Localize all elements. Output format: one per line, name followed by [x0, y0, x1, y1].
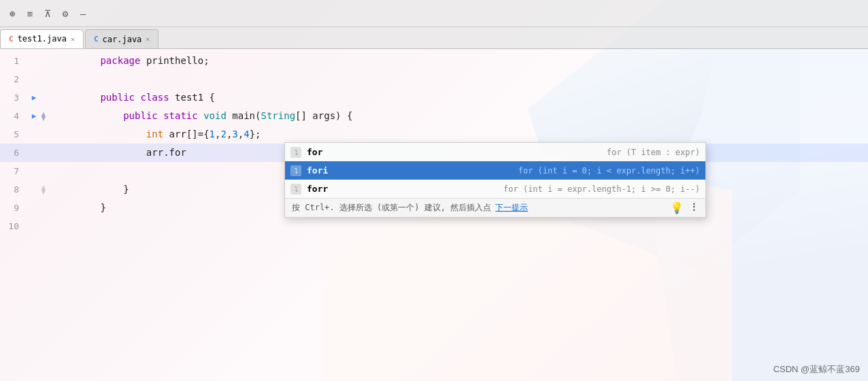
tab-test1-label: test1.java	[18, 34, 67, 44]
tab-car-close[interactable]: ✕	[146, 35, 150, 43]
line-bookmark-4[interactable]: ⧫	[41, 107, 52, 125]
tab-test1-close[interactable]: ✕	[71, 35, 75, 43]
line-num-10: 10	[0, 217, 27, 235]
line-num-7: 7	[0, 162, 27, 180]
more-options-icon[interactable]: ⋮	[689, 201, 699, 214]
tab-car[interactable]: C car.java ✕	[85, 29, 158, 48]
ac-hint-fori: for (int i = 0; i < expr.length; i++)	[518, 166, 700, 176]
line-num-3: 3	[0, 88, 27, 107]
ac-hint-forr: for (int i = expr.length-1; i >= 0; i--)	[503, 184, 700, 194]
line-num-8: 8	[0, 180, 27, 199]
toolbar: ⊕ ≡ ⊼ ⚙ —	[0, 0, 868, 27]
line-num-6: 6	[0, 144, 27, 162]
ac-keyword-for: for	[307, 147, 348, 157]
ac-item-fori[interactable]: ⤵ fori for (int i = 0; i < expr.length; …	[285, 161, 705, 180]
minimize-icon[interactable]: —	[76, 7, 90, 20]
watermark: CSDN @蓝鲸不蓝369	[773, 363, 860, 376]
split-icon[interactable]: ⊼	[41, 7, 54, 20]
ac-icon-forr: ⤵	[290, 184, 301, 195]
toolbar-icons: ⊕ ≡ ⊼ ⚙ —	[5, 7, 98, 20]
tab-test1[interactable]: C test1.java ✕	[0, 29, 84, 48]
list-icon[interactable]: ≡	[23, 7, 37, 20]
ac-footer-link[interactable]: 下一提示	[495, 202, 528, 214]
ac-footer-text: 按 Ctrl+. 选择所选 (或第一个) 建议, 然后插入点	[292, 202, 491, 214]
line-num-4: 4	[0, 107, 27, 125]
settings-icon[interactable]: ⚙	[59, 7, 72, 20]
line-num-1: 1	[0, 52, 27, 70]
autocomplete-dropdown: ⤵ for for (T item : expr) ⤵ fori for (in…	[284, 142, 706, 218]
line-num-5: 5	[0, 125, 27, 144]
tab-car-label: car.java	[103, 35, 142, 44]
line-arrow-3[interactable]: ▶	[27, 88, 41, 107]
ac-footer: 按 Ctrl+. 选择所选 (或第一个) 建议, 然后插入点 下一提示 💡 ⋮	[285, 198, 705, 217]
tab-car-icon: C	[94, 35, 99, 44]
line-num-9: 9	[0, 199, 27, 217]
ac-item-forr[interactable]: ⤵ forr for (int i = expr.length-1; i >= …	[285, 180, 705, 198]
line-bookmark-8[interactable]: ⧫	[41, 180, 52, 199]
ac-keyword-forr: forr	[307, 184, 348, 194]
ac-icon-for: ⤵	[290, 147, 301, 158]
ac-footer-icons: 💡 ⋮	[670, 201, 699, 214]
tab-test1-icon: C	[9, 35, 14, 44]
line-arrow-4[interactable]: ▶	[27, 107, 41, 125]
ac-icon-fori: ⤵	[290, 165, 301, 176]
line-num-2: 2	[0, 70, 27, 88]
plus-circle-icon[interactable]: ⊕	[5, 7, 19, 20]
tabs-bar: C test1.java ✕ C car.java ✕	[0, 27, 868, 49]
code-line-1: 1 package printhello;	[0, 52, 868, 70]
ac-keyword-fori: fori	[307, 165, 348, 176]
lightbulb-icon[interactable]: 💡	[670, 201, 684, 214]
ac-item-for[interactable]: ⤵ for for (T item : expr)	[285, 143, 705, 161]
ac-hint-for: for (T item : expr)	[607, 148, 700, 157]
